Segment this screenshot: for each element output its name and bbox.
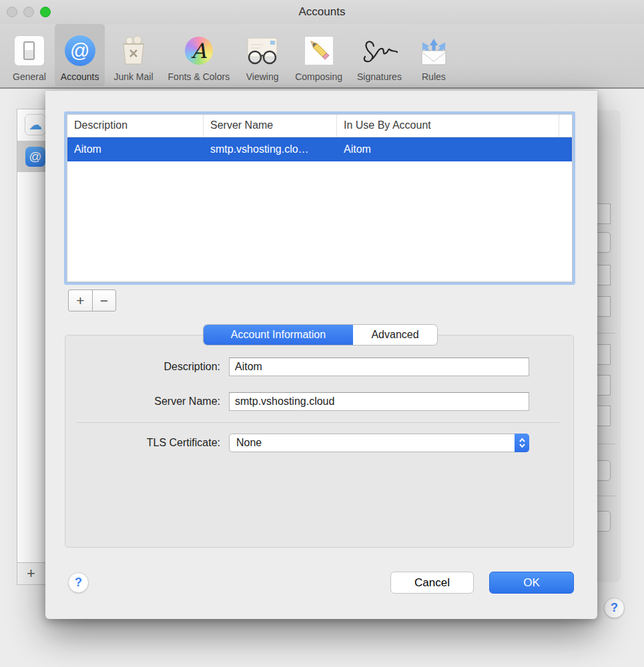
- column-header-blank: [559, 115, 572, 137]
- column-header-description[interactable]: Description: [67, 115, 204, 137]
- plus-icon: +: [27, 565, 35, 582]
- rules-icon: [416, 31, 451, 70]
- window-title: Accounts: [0, 5, 644, 19]
- toolbar-item-composing[interactable]: Composing: [289, 24, 348, 86]
- toolbar-item-junk-mail[interactable]: Junk Mail: [107, 24, 159, 86]
- cell-in-use-by: Aitom: [337, 143, 559, 155]
- smtp-server-sheet: Description Server Name In Use By Accoun…: [45, 90, 597, 619]
- server-name-label: Server Name:: [72, 392, 220, 411]
- description-label: Description:: [72, 358, 220, 376]
- form-divider: [77, 422, 559, 423]
- preferences-toolbar: General @ Accounts Junk Mail A Fonts & C…: [0, 24, 644, 89]
- cell-description: Aitom: [67, 143, 204, 155]
- titlebar: Accounts: [0, 0, 644, 24]
- question-icon: ?: [75, 576, 82, 590]
- signatures-icon: [358, 31, 400, 70]
- at-icon: @: [25, 147, 45, 167]
- minus-icon: −: [100, 293, 108, 309]
- column-header-in-use-by[interactable]: In Use By Account: [337, 115, 559, 137]
- fonts-colors-icon: A: [185, 31, 213, 70]
- add-remove-segment: + −: [68, 289, 116, 311]
- up-down-chevrons-icon: [519, 437, 526, 449]
- smtp-server-table[interactable]: Description Server Name In Use By Accoun…: [67, 114, 573, 282]
- tab-account-information[interactable]: Account Information: [204, 325, 353, 345]
- toolbar-item-accounts[interactable]: @ Accounts: [55, 24, 105, 86]
- toolbar-item-signatures[interactable]: Signatures: [351, 24, 408, 86]
- icloud-icon: ☁: [25, 114, 46, 135]
- remove-server-button[interactable]: −: [92, 290, 115, 311]
- accounts-icon: @: [65, 31, 95, 70]
- plus-icon: +: [76, 293, 84, 309]
- sheet-help-button[interactable]: ?: [68, 572, 89, 593]
- toolbar-item-viewing[interactable]: Viewing: [238, 24, 286, 86]
- tls-certificate-label: TLS Certificate:: [72, 434, 220, 452]
- column-header-server-name[interactable]: Server Name: [204, 115, 337, 137]
- toolbar-item-general[interactable]: General: [7, 24, 52, 86]
- ok-button[interactable]: OK: [489, 572, 574, 594]
- tab-control: Account Information Advanced: [204, 325, 437, 345]
- cancel-button[interactable]: Cancel: [390, 572, 474, 594]
- tab-advanced[interactable]: Advanced: [353, 325, 437, 345]
- description-field[interactable]: [229, 358, 529, 376]
- viewing-icon: [244, 31, 280, 70]
- toolbar-item-fonts-colors[interactable]: A Fonts & Colors: [162, 24, 236, 86]
- cell-server-name: smtp.vshosting.clo…: [204, 143, 337, 155]
- smtp-server-table-focus-ring: Description Server Name In Use By Accoun…: [64, 111, 575, 285]
- popup-stepper: [515, 434, 529, 452]
- background-help-button[interactable]: ?: [604, 598, 625, 618]
- table-header-row: Description Server Name In Use By Accoun…: [67, 115, 572, 137]
- general-icon: [14, 31, 45, 70]
- tls-certificate-value: None: [236, 437, 262, 449]
- table-row[interactable]: Aitom smtp.vshosting.clo… Aitom: [67, 137, 572, 161]
- server-name-field[interactable]: [229, 392, 529, 411]
- composing-icon: [304, 31, 334, 70]
- tls-certificate-select[interactable]: None: [229, 434, 529, 452]
- toolbar-item-rules[interactable]: Rules: [410, 24, 457, 86]
- add-server-button[interactable]: +: [69, 290, 92, 311]
- junk-mail-icon: [117, 31, 150, 70]
